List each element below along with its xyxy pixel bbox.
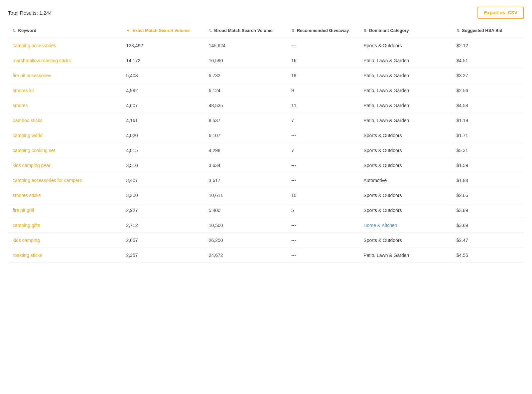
table-row: camping gifts2,71210,500---Home & Kitche… <box>8 218 524 233</box>
dominant-category-link[interactable]: Home & Kitchen <box>363 223 397 228</box>
giveaway-value: 11 <box>287 98 359 113</box>
broad-value: 3,634 <box>204 158 287 173</box>
dominant-value: Patio, Lawn & Garden <box>359 98 452 113</box>
dominant-value: Sports & Outdoors <box>359 203 452 218</box>
col-header-giveaway[interactable]: ⇅ Recommended Giveaway <box>287 24 359 38</box>
broad-value: 6,107 <box>204 128 287 143</box>
sort-icon-exact: ▼ <box>126 28 130 33</box>
hsa-value: $3.69 <box>452 218 524 233</box>
table-row: smores kit4,9926,1249Patio, Lawn & Garde… <box>8 83 524 98</box>
table-body: camping accessories123,492145,624---Spor… <box>8 38 524 263</box>
broad-value: 24,672 <box>204 248 287 263</box>
keyword-link[interactable]: camping gifts <box>13 223 40 228</box>
hsa-value: $3.89 <box>452 203 524 218</box>
results-table: ⇅ Keyword ▼ Exact Match Search Volume ⇅ … <box>8 24 524 263</box>
table-row: bamboo sticks4,1618,5377Patio, Lawn & Ga… <box>8 113 524 128</box>
exact-value: 3,407 <box>121 173 204 188</box>
table-row: marshmallow roasting sticks14,17216,5901… <box>8 53 524 68</box>
giveaway-value: 5 <box>287 203 359 218</box>
exact-value: 4,015 <box>121 143 204 158</box>
sort-icon-dominant: ⇅ <box>363 28 366 33</box>
table-header: ⇅ Keyword ▼ Exact Match Search Volume ⇅ … <box>8 24 524 38</box>
exact-value: 2,927 <box>121 203 204 218</box>
keyword-link[interactable]: roasting sticks <box>13 253 42 258</box>
exact-value: 4,992 <box>121 83 204 98</box>
giveaway-value: 9 <box>287 83 359 98</box>
export-csv-button[interactable]: Export as .CSV <box>477 7 524 19</box>
dominant-value: Sports & Outdoors <box>359 233 452 248</box>
hsa-value: $2.12 <box>452 38 524 53</box>
sort-icon-giveaway: ⇅ <box>291 28 294 33</box>
table-row: kids camping gear3,5103,634---Sports & O… <box>8 158 524 173</box>
hsa-value: $5.31 <box>452 143 524 158</box>
keyword-link[interactable]: camping accessories <box>13 43 56 48</box>
table-row: kids camping2,65726,250---Sports & Outdo… <box>8 233 524 248</box>
giveaway-value: 7 <box>287 113 359 128</box>
page-wrapper: Total Results: 1,244 Export as .CSV ⇅ Ke… <box>0 0 532 270</box>
dominant-value: Patio, Lawn & Garden <box>359 53 452 68</box>
dominant-value: Sports & Outdoors <box>359 188 452 203</box>
hsa-value: $4.58 <box>452 98 524 113</box>
exact-value: 2,657 <box>121 233 204 248</box>
keyword-link[interactable]: smores sticks <box>13 193 41 198</box>
broad-value: 16,590 <box>204 53 287 68</box>
giveaway-value: --- <box>287 248 359 263</box>
giveaway-value: --- <box>287 233 359 248</box>
keyword-link[interactable]: camping cooking set <box>13 148 55 153</box>
col-header-broad[interactable]: ⇅ Broad Match Search Volume <box>204 24 287 38</box>
keyword-link[interactable]: fire pit accessories <box>13 73 51 78</box>
exact-value: 4,607 <box>121 98 204 113</box>
table-row: smores4,60748,53511Patio, Lawn & Garden$… <box>8 98 524 113</box>
hsa-value: $2.47 <box>452 233 524 248</box>
keyword-link[interactable]: camping accessories for campers <box>13 178 82 183</box>
table-row: camping cooking set4,0154,2987Sports & O… <box>8 143 524 158</box>
broad-value: 8,537 <box>204 113 287 128</box>
table-row: smores sticks3,30010,61110Sports & Outdo… <box>8 188 524 203</box>
exact-value: 14,172 <box>121 53 204 68</box>
keyword-link[interactable]: kids camping gear <box>13 163 51 168</box>
broad-value: 26,250 <box>204 233 287 248</box>
keyword-link[interactable]: camping world <box>13 133 43 138</box>
dominant-value[interactable]: Home & Kitchen <box>359 218 452 233</box>
keyword-link[interactable]: bamboo sticks <box>13 118 42 123</box>
table-row: fire pit accessories5,4086,73219Patio, L… <box>8 68 524 83</box>
dominant-value: Sports & Outdoors <box>359 38 452 53</box>
col-header-dominant[interactable]: ⇅ Dominant Category <box>359 24 452 38</box>
giveaway-value: 16 <box>287 53 359 68</box>
dominant-value: Patio, Lawn & Garden <box>359 113 452 128</box>
top-bar: Total Results: 1,244 Export as .CSV <box>8 7 524 19</box>
exact-value: 3,510 <box>121 158 204 173</box>
hsa-value: $4.51 <box>452 53 524 68</box>
exact-value: 5,408 <box>121 68 204 83</box>
hsa-value: $1.88 <box>452 173 524 188</box>
hsa-value: $1.71 <box>452 128 524 143</box>
table-row: fire pit grill2,9275,4005Sports & Outdoo… <box>8 203 524 218</box>
header-row: ⇅ Keyword ▼ Exact Match Search Volume ⇅ … <box>8 24 524 38</box>
col-header-exact[interactable]: ▼ Exact Match Search Volume <box>121 24 204 38</box>
hsa-value: $4.55 <box>452 248 524 263</box>
keyword-link[interactable]: smores kit <box>13 88 34 93</box>
dominant-value: Automotive <box>359 173 452 188</box>
col-header-hsa[interactable]: ⇅ Suggested HSA Bid <box>452 24 524 38</box>
keyword-link[interactable]: fire pit grill <box>13 208 34 213</box>
hsa-value: $2.66 <box>452 188 524 203</box>
giveaway-value: 19 <box>287 68 359 83</box>
keyword-link[interactable]: marshmallow roasting sticks <box>13 58 71 63</box>
giveaway-value: --- <box>287 128 359 143</box>
giveaway-value: --- <box>287 158 359 173</box>
exact-value: 3,300 <box>121 188 204 203</box>
table-row: camping accessories123,492145,624---Spor… <box>8 38 524 53</box>
col-header-keyword[interactable]: ⇅ Keyword <box>8 24 121 38</box>
keyword-link[interactable]: kids camping <box>13 238 40 243</box>
hsa-value: $1.59 <box>452 158 524 173</box>
broad-value: 10,500 <box>204 218 287 233</box>
dominant-value: Patio, Lawn & Garden <box>359 83 452 98</box>
giveaway-value: 7 <box>287 143 359 158</box>
exact-value: 4,161 <box>121 113 204 128</box>
exact-value: 4,020 <box>121 128 204 143</box>
sort-icon-keyword: ⇅ <box>13 28 16 33</box>
dominant-value: Sports & Outdoors <box>359 143 452 158</box>
broad-value: 6,124 <box>204 83 287 98</box>
keyword-link[interactable]: smores <box>13 103 28 108</box>
broad-value: 5,400 <box>204 203 287 218</box>
